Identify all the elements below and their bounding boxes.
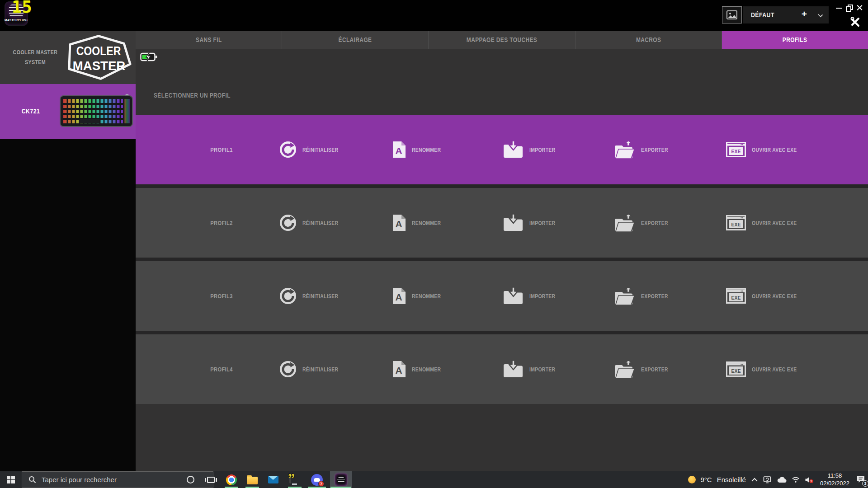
taskbar-chrome[interactable] — [221, 471, 242, 488]
cm-logo-line2: MASTER — [73, 59, 125, 73]
masterplus-logo-label: MASTERPLUS+ — [5, 19, 28, 22]
action-center-button[interactable]: 3 — [856, 475, 865, 485]
section-title: SÉLECTIONNER UN PROFIL — [154, 92, 231, 99]
task-view-button[interactable] — [200, 471, 221, 488]
reset-icon — [279, 141, 297, 158]
windows-logo-icon — [7, 476, 15, 484]
svg-text:EXE: EXE — [731, 368, 741, 374]
tab-bar: SANS FIL ÉCLAIRAGE MAPPAGE DES TOUCHES M… — [136, 31, 868, 49]
profile-name: PROFIL3 — [184, 293, 259, 300]
cortana-button[interactable] — [180, 471, 201, 488]
titlebar: MASTERPLUS+ 15 DÉFAUT + — [0, 0, 868, 31]
rename-button[interactable]: A RENOMMER — [392, 214, 448, 231]
import-button[interactable]: IMPORTER — [503, 140, 562, 159]
rename-button[interactable]: A RENOMMER — [392, 141, 448, 158]
profiles-page: SÉLECTIONNER UN PROFIL PROFIL1 RÉINITIAL… — [136, 49, 868, 471]
profile-row-2: PROFIL2 RÉINITIALISER A RENOMMER — [136, 188, 868, 258]
taskbar-discord[interactable]: 7 — [307, 471, 327, 488]
mail-icon — [268, 476, 278, 483]
rename-icon: A — [392, 141, 406, 158]
profile-selector[interactable]: DÉFAUT + — [743, 6, 829, 23]
notification-badge: 7 — [318, 481, 324, 487]
import-button[interactable]: IMPORTER — [503, 360, 562, 379]
rename-button[interactable]: A RENOMMER — [392, 361, 448, 378]
cortana-icon — [187, 476, 194, 483]
cooler-master-logo: COOLER MASTER — [65, 34, 132, 80]
taskbar-masterplus[interactable] — [330, 471, 352, 488]
export-button[interactable]: EXPORTER — [614, 360, 675, 379]
close-button[interactable] — [856, 4, 864, 12]
minimize-button[interactable] — [835, 4, 843, 12]
tab-mappage-des-touches[interactable]: MAPPAGE DES TOUCHES — [429, 31, 575, 49]
weather-temp[interactable]: 9°C — [701, 476, 712, 483]
taskbar-file-explorer[interactable] — [242, 471, 263, 488]
hidden-icons-chevron[interactable] — [751, 477, 758, 483]
reset-icon — [279, 214, 297, 231]
volume-muted-icon[interactable] — [805, 476, 813, 483]
start-button[interactable] — [0, 471, 22, 488]
restore-button[interactable] — [845, 4, 853, 12]
rename-icon: A — [392, 214, 406, 231]
search-input[interactable] — [42, 476, 191, 483]
device-name: CK721 — [16, 108, 46, 115]
cm-logo-line1: COOLER — [76, 44, 121, 58]
fps-counter-overlay: 15 — [12, 0, 32, 17]
display-sync-icon[interactable] — [763, 476, 772, 483]
open-with-exe-button[interactable]: EXE OUVRIR AVEC EXE — [726, 215, 808, 230]
reset-button[interactable]: RÉINITIALISER — [279, 141, 347, 158]
open-with-exe-button[interactable]: EXE OUVRIR AVEC EXE — [726, 361, 808, 377]
export-button[interactable]: EXPORTER — [614, 140, 675, 159]
profile-name: PROFIL1 — [184, 146, 259, 153]
open-with-exe-button[interactable]: EXE OUVRIR AVEC EXE — [726, 142, 808, 157]
profile-rows: PROFIL1 RÉINITIALISER A RENOMMER — [136, 115, 868, 404]
import-icon — [503, 360, 524, 379]
reset-button[interactable]: RÉINITIALISER — [279, 361, 347, 378]
add-profile-button[interactable]: + — [798, 9, 811, 19]
tray-date: 02/02/2022 — [820, 480, 849, 488]
fps-badge: 99 — [288, 473, 294, 479]
tab-eclairage[interactable]: ÉCLAIRAGE — [282, 31, 429, 49]
file-explorer-icon — [247, 477, 258, 484]
weather-sun-icon[interactable] — [688, 476, 696, 483]
sidebar: COOLER MASTER SYSTEM COOLER MASTER CK721 — [0, 31, 136, 471]
sidebar-item-cooler-master-system[interactable]: COOLER MASTER SYSTEM COOLER MASTER — [0, 31, 136, 84]
chevron-down-icon[interactable] — [818, 12, 823, 17]
onedrive-cloud-icon[interactable] — [777, 476, 787, 483]
tab-profils[interactable]: PROFILS — [722, 31, 868, 49]
battery-charging-icon — [140, 52, 157, 62]
tab-macros[interactable]: MACROS — [576, 31, 722, 49]
system-label-line2: SYSTEM — [9, 57, 62, 67]
clock[interactable]: 11:58 02/02/2022 — [820, 472, 849, 487]
import-button[interactable]: IMPORTER — [503, 213, 562, 232]
settings-tools-button[interactable] — [850, 16, 861, 27]
picture-icon — [726, 10, 737, 19]
system-tray: 9°C Ensoleillé 11:58 02/02/2022 — [688, 471, 865, 488]
taskbar-mail[interactable] — [263, 471, 283, 488]
import-button[interactable]: IMPORTER — [503, 286, 562, 305]
export-button[interactable]: EXPORTER — [614, 213, 675, 232]
sidebar-item-device-ck721[interactable]: CK721 — [0, 84, 136, 139]
tab-sans-fil[interactable]: SANS FIL — [136, 31, 282, 49]
tray-time: 11:58 — [820, 472, 849, 480]
export-button[interactable]: EXPORTER — [614, 286, 675, 305]
reset-icon — [279, 361, 297, 378]
svg-text:EXE: EXE — [731, 222, 741, 227]
open-with-exe-button[interactable]: EXE OUVRIR AVEC EXE — [726, 288, 808, 304]
import-icon — [503, 286, 524, 305]
taskbar-fps-monitor[interactable]: 99 — [284, 471, 305, 488]
reset-button[interactable]: RÉINITIALISER — [279, 287, 347, 305]
chrome-icon — [226, 474, 237, 485]
export-icon — [614, 286, 635, 305]
exe-icon: EXE — [726, 288, 746, 304]
exe-icon: EXE — [726, 215, 746, 230]
exe-icon: EXE — [726, 361, 746, 377]
wifi-icon[interactable] — [792, 476, 800, 483]
reset-icon — [279, 287, 297, 305]
weather-condition[interactable]: Ensoleillé — [717, 476, 746, 483]
discord-icon: 7 — [311, 474, 323, 486]
profile-image-button[interactable] — [722, 6, 742, 23]
system-label-line1: COOLER MASTER — [9, 47, 62, 57]
profile-row-3: PROFIL3 RÉINITIALISER A RENOMMER — [136, 261, 868, 331]
rename-button[interactable]: A RENOMMER — [392, 287, 448, 305]
reset-button[interactable]: RÉINITIALISER — [279, 214, 347, 231]
